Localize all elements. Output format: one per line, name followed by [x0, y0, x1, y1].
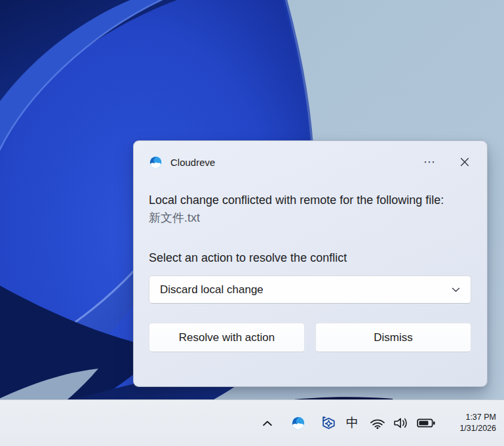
cloudreve-logo-icon — [291, 416, 305, 430]
notification-message: Local change conflicted with remote for … — [149, 192, 467, 209]
notification-toast: Cloudreve ⋯ Local change conflicted with… — [133, 140, 488, 387]
cube-star-icon — [320, 415, 338, 432]
clock-time: 1:37 PM — [444, 412, 496, 423]
chevron-down-icon — [452, 287, 460, 293]
system-tray: 中 — [258, 400, 504, 446]
ime-indicator[interactable]: 中 — [346, 415, 359, 432]
notification-header: Cloudreve ⋯ — [149, 154, 471, 170]
action-prompt: Select an action to resolve the conflict — [149, 249, 471, 267]
more-options-button[interactable]: ⋯ — [421, 156, 438, 168]
notification-app-name: Cloudreve — [170, 157, 215, 168]
notification-actions: Resolve with action Dismiss — [149, 323, 471, 352]
resolve-with-action-button[interactable]: Resolve with action — [149, 323, 305, 352]
taskbar-clock[interactable]: 1:37 PM 1/31/2026 — [444, 412, 496, 434]
wifi-icon[interactable] — [370, 418, 385, 429]
clock-date: 1/31/2026 — [444, 423, 496, 434]
more-options-icon: ⋯ — [423, 155, 436, 169]
cloudreve-app-icon — [149, 155, 163, 169]
notification-close-button[interactable] — [458, 155, 471, 169]
battery-icon[interactable] — [417, 418, 435, 428]
volume-icon[interactable] — [393, 417, 410, 429]
app-cube-tray-icon[interactable] — [319, 415, 338, 432]
chevron-up-icon — [262, 420, 273, 426]
cloudreve-tray-icon[interactable] — [289, 414, 307, 432]
show-hidden-icons-button[interactable] — [258, 420, 277, 426]
action-select[interactable]: Discard local change — [149, 275, 471, 304]
taskbar: 中 — [0, 399, 504, 446]
selected-option-label: Discard local change — [160, 283, 263, 296]
dismiss-button[interactable]: Dismiss — [315, 323, 471, 352]
close-icon — [460, 157, 469, 167]
conflict-file-name: 新文件.txt — [149, 209, 471, 227]
